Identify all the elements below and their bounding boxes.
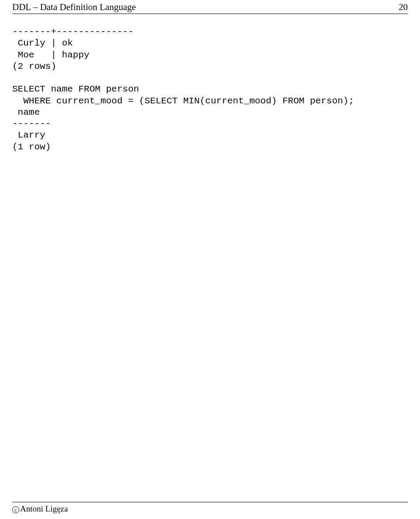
code-line: Larry <box>12 130 46 140</box>
copyright-icon: c <box>12 506 19 513</box>
code-line: WHERE current_mood = (SELECT MIN(current… <box>12 96 354 106</box>
page-header: DDL – Data Definition Language 20 <box>12 0 408 14</box>
footer-copyright: cAntoni Ligęza <box>12 504 68 513</box>
page-footer: cAntoni Ligęza <box>12 502 408 514</box>
code-line: Curly | ok <box>12 38 73 48</box>
code-line: (2 rows) <box>12 61 56 71</box>
header-title: DDL – Data Definition Language <box>12 2 136 13</box>
code-line: -------+-------------- <box>12 27 133 37</box>
footer-author: Antoni Ligęza <box>20 504 68 513</box>
code-line: name <box>12 107 40 117</box>
page-number: 20 <box>399 2 408 13</box>
code-line: Moe | happy <box>12 50 89 60</box>
code-line: SELECT name FROM person <box>12 84 139 94</box>
code-block: -------+-------------- Curly | ok Moe | … <box>12 26 408 153</box>
code-line: (1 row) <box>12 142 51 152</box>
code-line: ------- <box>12 119 51 129</box>
